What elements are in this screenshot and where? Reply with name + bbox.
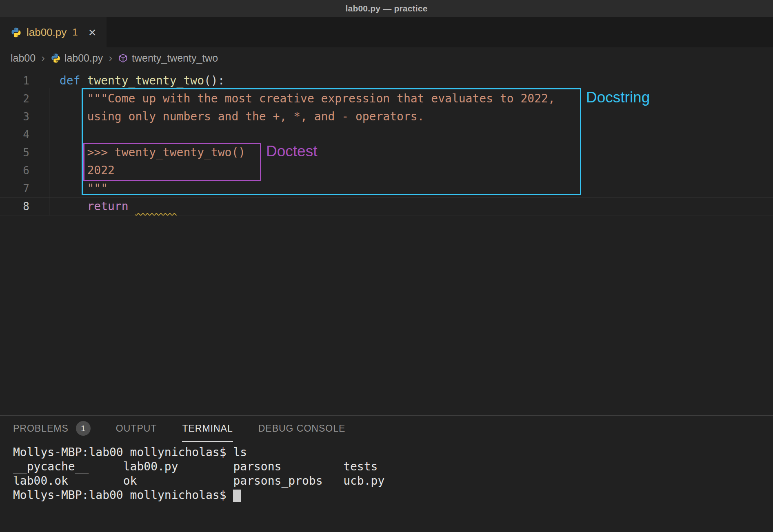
python-icon xyxy=(11,27,22,38)
line-number: 6 xyxy=(0,162,29,180)
tab-problem-count: 1 xyxy=(72,27,78,38)
line-number: 5 xyxy=(0,144,29,162)
breadcrumb-separator: › xyxy=(108,52,113,64)
panel-tab-output[interactable]: OUTPUT xyxy=(116,416,157,442)
code-line[interactable]: 6 2022 xyxy=(0,162,773,180)
code-line[interactable]: 8 return xyxy=(0,197,773,215)
code-text: return xyxy=(29,197,177,215)
line-number: 2 xyxy=(0,90,29,108)
panel-tab-label: DEBUG CONSOLE xyxy=(258,423,346,434)
terminal-line: Mollys-MBP:lab00 mollynicholas$ xyxy=(13,488,773,502)
code-text: def twenty_twenty_two(): xyxy=(29,72,225,90)
terminal-cursor xyxy=(233,490,241,502)
code-line[interactable]: 1def twenty_twenty_two(): xyxy=(0,72,773,90)
tab-lab00-py[interactable]: lab00.py 1 × xyxy=(0,17,107,47)
indent-guide xyxy=(49,88,49,215)
breadcrumb-label: lab00.py xyxy=(64,52,103,64)
window-titlebar: lab00.py — practice xyxy=(0,0,773,17)
breadcrumb: lab00› lab00.py› twenty_twenty_two xyxy=(0,47,773,69)
panel-tabs: PROBLEMS1OUTPUTTERMINALDEBUG CONSOLE xyxy=(0,416,773,442)
breadcrumb-label: lab00 xyxy=(11,52,36,64)
terminal-content[interactable]: Mollys-MBP:lab00 mollynicholas$ ls__pyca… xyxy=(0,442,773,502)
tab-label: lab00.py xyxy=(27,26,67,39)
breadcrumb-item-lab00-py[interactable]: lab00.py xyxy=(51,52,103,64)
breadcrumb-item-lab00[interactable]: lab00 xyxy=(11,52,36,64)
python-icon xyxy=(51,53,61,63)
code-text: >>> twenty_twenty_two() xyxy=(29,144,245,162)
panel-tab-label: PROBLEMS xyxy=(13,423,69,434)
problems-count-badge: 1 xyxy=(76,421,91,436)
editor-lines: 1def twenty_twenty_two():2 """Come up wi… xyxy=(0,72,773,215)
close-icon[interactable]: × xyxy=(89,26,96,39)
code-text: 2022 xyxy=(29,162,115,180)
breadcrumb-separator: › xyxy=(40,52,46,64)
terminal-line: Mollys-MBP:lab00 mollynicholas$ ls xyxy=(13,445,773,459)
code-line[interactable]: 2 """Come up with the most creative expr… xyxy=(0,90,773,108)
code-text xyxy=(29,126,60,144)
code-text: """Come up with the most creative expres… xyxy=(29,90,555,108)
line-number: 4 xyxy=(0,126,29,144)
code-text: """ xyxy=(29,180,108,197)
editor[interactable]: 1def twenty_twenty_two():2 """Come up wi… xyxy=(0,69,773,415)
bottom-panel: PROBLEMS1OUTPUTTERMINALDEBUG CONSOLE Mol… xyxy=(0,415,773,532)
breadcrumb-item-twenty-twenty-two[interactable]: twenty_twenty_two xyxy=(118,52,218,64)
line-number: 8 xyxy=(0,197,29,215)
panel-tab-debug-console[interactable]: DEBUG CONSOLE xyxy=(258,416,346,442)
line-number: 3 xyxy=(0,108,29,126)
breadcrumb-label: twenty_twenty_two xyxy=(132,52,218,64)
code-line[interactable]: 4 xyxy=(0,126,773,144)
code-line[interactable]: 7 """ xyxy=(0,180,773,197)
terminal-line: lab00.ok ok parsons_probs ucb.py xyxy=(13,474,773,488)
line-number: 7 xyxy=(0,180,29,197)
panel-tab-label: TERMINAL xyxy=(182,423,233,434)
tab-bar: lab00.py 1 × xyxy=(0,17,773,47)
panel-tab-terminal[interactable]: TERMINAL xyxy=(182,416,233,442)
symbol-method-icon xyxy=(118,53,128,63)
code-text: using only numbers and the +, *, and - o… xyxy=(29,108,424,126)
window-title: lab00.py — practice xyxy=(345,4,427,13)
terminal-line: __pycache__ lab00.py parsons tests xyxy=(13,459,773,474)
line-number: 1 xyxy=(0,72,29,90)
code-line[interactable]: 3 using only numbers and the +, *, and -… xyxy=(0,108,773,126)
code-line[interactable]: 5 >>> twenty_twenty_two() xyxy=(0,144,773,162)
panel-tab-problems[interactable]: PROBLEMS1 xyxy=(13,416,91,442)
panel-tab-label: OUTPUT xyxy=(116,423,157,434)
